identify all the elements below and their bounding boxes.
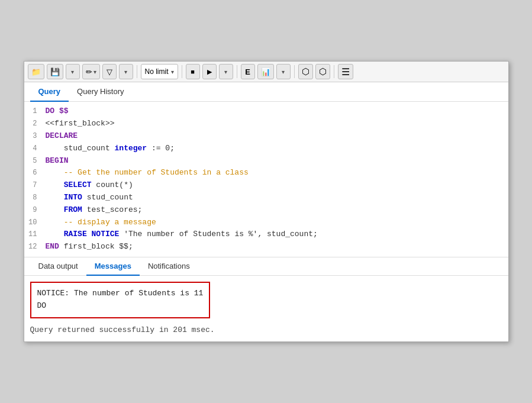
code-line-9: 9 FROM test_scores; — [24, 204, 508, 217]
toolbar: 📁 💾 ▾ ✏ ▾ ▽ ▾ No limit ▾ ■ ▶ ▾ — [24, 62, 508, 82]
upload-btn[interactable]: ⬡ — [315, 64, 330, 79]
menu-btn[interactable]: ☰ — [338, 64, 353, 79]
line-num-3: 3 — [24, 131, 46, 142]
separator-3 — [237, 65, 237, 78]
limit-chevron-icon: ▾ — [171, 69, 174, 75]
limit-dropdown[interactable]: No limit ▾ — [141, 64, 178, 79]
filter-chevron-icon: ▾ — [124, 69, 127, 75]
code-line-6: 6 -- Get the number of Students in a cla… — [24, 167, 508, 179]
code-line-4: 4 stud_count integer := 0; — [24, 143, 508, 155]
edit-btn[interactable]: ✏ ▾ — [82, 64, 100, 79]
code-token: <<first_block>> — [46, 119, 115, 128]
code-token: count(*) — [92, 180, 133, 189]
separator-5 — [334, 65, 334, 78]
code-token: SELECT — [64, 180, 92, 189]
line-num-5: 5 — [24, 156, 46, 167]
save-btn[interactable]: 💾 — [47, 64, 63, 79]
code-line-8: 8 INTO stud_count — [24, 192, 508, 204]
query-history-tab[interactable]: Query History — [69, 82, 132, 102]
notice-box: NOTICE: The number of Students is 11 DO — [30, 282, 211, 318]
line-num-12: 12 — [24, 241, 46, 253]
line-num-7: 7 — [24, 180, 46, 191]
stop-btn[interactable]: ■ — [186, 64, 200, 79]
separator-2 — [182, 65, 182, 78]
data-output-tab[interactable]: Data output — [30, 257, 86, 276]
notice-line-2: DO — [37, 300, 204, 312]
code-token: := 0; — [147, 144, 175, 153]
line-num-4: 4 — [24, 143, 46, 154]
explain-icon: E — [245, 67, 250, 76]
code-token: test_scores; — [82, 205, 142, 214]
line-num-2: 2 — [24, 118, 46, 130]
output-tabs-bar: Data output Messages Notifications — [24, 257, 508, 276]
folder-icon: 📁 — [31, 67, 41, 76]
code-line-3: 3 DECLARE — [24, 130, 508, 143]
code-token — [46, 193, 64, 202]
notice-line-1: NOTICE: The number of Students is 11 — [37, 288, 204, 300]
notifications-tab[interactable]: Notifications — [140, 257, 198, 276]
edit-chevron-icon: ▾ — [93, 69, 96, 75]
line-num-10: 10 — [24, 217, 46, 228]
code-token — [46, 230, 64, 238]
filter-btn[interactable]: ▽ — [102, 64, 117, 79]
separator-1 — [137, 65, 137, 78]
code-token: INTO — [64, 193, 82, 202]
explain-btn[interactable]: E — [241, 64, 255, 79]
menu-icon: ☰ — [341, 66, 350, 78]
play-icon: ▶ — [207, 68, 212, 76]
chevron-down-icon: ▾ — [71, 69, 74, 75]
code-token — [46, 180, 64, 189]
run-chevron-icon: ▾ — [224, 69, 227, 75]
query-tabs-bar: Query Query History — [24, 82, 508, 102]
line-num-6: 6 — [24, 167, 46, 179]
messages-tab[interactable]: Messages — [86, 257, 140, 276]
code-token — [46, 205, 64, 214]
code-token: first_block $$; — [59, 242, 133, 251]
query-tab[interactable]: Query — [30, 82, 69, 102]
code-line-5: 5 BEGIN — [24, 155, 508, 167]
code-line-12: 12 END first_block $$; — [24, 241, 508, 253]
code-line-1: 1 DO $$ — [24, 105, 508, 118]
code-token: integer — [115, 144, 147, 153]
code-token: -- Get the number of Students in a class — [46, 168, 249, 177]
line-num-1: 1 — [24, 106, 46, 117]
run-dropdown-btn[interactable]: ▾ — [219, 64, 233, 79]
code-line-2: 2 <<first_block>> — [24, 118, 508, 130]
code-token: RAISE NOTICE — [64, 230, 120, 238]
code-editor[interactable]: 1 DO $$ 2 <<first_block>> 3 DECLARE 4 st… — [24, 102, 508, 257]
analyze-chevron-icon: ▾ — [282, 69, 285, 75]
pen-icon: ✏ — [86, 67, 92, 76]
code-line-11: 11 RAISE NOTICE 'The number of Students … — [24, 228, 508, 241]
code-token: END — [46, 242, 59, 251]
analyze-dropdown-btn[interactable]: ▾ — [276, 64, 291, 79]
code-token: DO $$ — [46, 107, 69, 115]
save-icon: 💾 — [50, 67, 60, 76]
code-token: stud_count — [46, 144, 115, 153]
analyze-btn[interactable]: 📊 — [257, 64, 274, 79]
code-token: DECLARE — [46, 131, 78, 140]
limit-label: No limit — [145, 67, 169, 76]
code-token: 'The number of Students is %', stud_coun… — [119, 230, 317, 238]
code-token: BEGIN — [46, 156, 69, 165]
success-message: Query returned successfully in 201 msec. — [30, 324, 502, 336]
code-token: -- display a message — [46, 218, 156, 227]
stop-icon: ■ — [191, 68, 195, 75]
line-num-9: 9 — [24, 205, 46, 216]
filter-icon: ▽ — [107, 67, 112, 76]
code-token: FROM — [64, 205, 82, 214]
upload-icon: ⬡ — [319, 66, 327, 77]
code-token: stud_count — [82, 193, 133, 202]
main-window: 📁 💾 ▾ ✏ ▾ ▽ ▾ No limit ▾ ■ ▶ ▾ — [24, 61, 509, 341]
download-btn[interactable]: ⬡ — [298, 64, 313, 79]
download-icon: ⬡ — [302, 66, 309, 77]
filter-dropdown-btn[interactable]: ▾ — [119, 64, 133, 79]
code-line-7: 7 SELECT count(*) — [24, 179, 508, 192]
save-dropdown-btn[interactable]: ▾ — [66, 64, 80, 79]
analyze-icon: 📊 — [261, 67, 270, 76]
open-folder-btn[interactable]: 📁 — [28, 64, 44, 79]
separator-4 — [294, 65, 295, 78]
line-num-8: 8 — [24, 192, 46, 204]
code-line-10: 10 -- display a message — [24, 217, 508, 229]
run-btn[interactable]: ▶ — [202, 64, 217, 79]
line-num-11: 11 — [24, 229, 46, 240]
